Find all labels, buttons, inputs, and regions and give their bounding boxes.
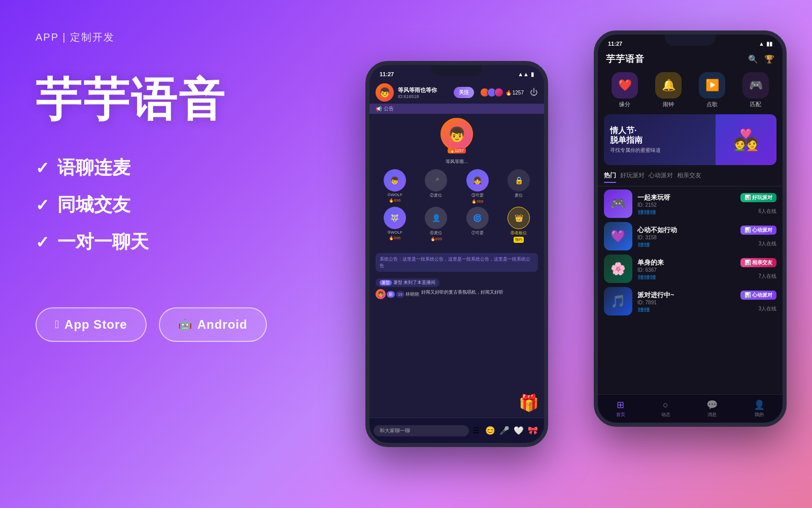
- room-avatars-1: 👥👥👥: [637, 209, 656, 215]
- room-avatars-2: 👥👥: [637, 241, 650, 247]
- back-phone-notch: [665, 35, 716, 46]
- nav-messages-label: 消息: [707, 411, 717, 418]
- gift-count: 🔥 1257: [505, 90, 524, 96]
- nav-profile[interactable]: 👤 我的: [754, 399, 765, 418]
- enter-badge: 薯型: [380, 280, 392, 285]
- emoji-icon[interactable]: 😊: [483, 424, 497, 438]
- gift-chest[interactable]: 🎁: [519, 393, 539, 412]
- appstore-button[interactable]:  App Store: [36, 307, 147, 342]
- heart-icon[interactable]: 🤍: [512, 424, 526, 438]
- seat-2[interactable]: 🎤 ②麦位: [417, 169, 456, 204]
- chat-text: 好闻又好听的复古香氛唱机，好闻又好听: [421, 289, 503, 296]
- tab-heart-party[interactable]: 心动派对: [649, 171, 673, 183]
- seat-avatar-4: 🔒: [507, 169, 530, 192]
- list-item[interactable]: 🎮 一起来玩呀 📊 好玩派对 ID: 2152 👥👥👥 6人在线: [604, 189, 776, 218]
- nav-moments[interactable]: ○ 动态: [661, 400, 670, 418]
- banner: 情人节·脱单指南 寻找专属你的蜜蜜味道 💑: [604, 114, 776, 165]
- action-icon-pipei: 🎮: [742, 72, 769, 99]
- nav-profile-icon: 👤: [754, 399, 765, 410]
- android-icon: 🤖: [178, 318, 192, 331]
- trophy-icon[interactable]: 🏆: [764, 54, 774, 64]
- room-online-3: 7人在线: [758, 273, 776, 280]
- seat-5[interactable]: 🐺 ⑤WOLF 🔥896: [376, 207, 414, 243]
- room-name-3: 单身的来: [637, 258, 664, 267]
- front-status-time: 11:27: [380, 71, 394, 77]
- seat-avatar-8: 👑: [507, 207, 530, 229]
- room-tag-2: 📊 心动派对: [740, 226, 776, 235]
- android-label: Android: [197, 318, 248, 332]
- action-naozhong[interactable]: 🔔 闹钟: [648, 72, 689, 108]
- tab-fun-party[interactable]: 好玩派对: [620, 171, 645, 183]
- room-id-1: ID: 2152: [637, 202, 776, 208]
- nav-moments-icon: ○: [663, 400, 668, 410]
- search-icon[interactable]: 🔍: [748, 54, 758, 64]
- announcement-icon: 📢: [376, 106, 382, 112]
- menu-icon[interactable]: ☰: [469, 424, 483, 438]
- action-diange[interactable]: ▶️ 点歌: [691, 72, 733, 108]
- room-id-2: ID: 3158: [637, 235, 776, 240]
- feature-item-1: ✓ 语聊连麦: [36, 155, 269, 180]
- back-header: 芋芋语音 🔍 🏆: [598, 51, 783, 69]
- list-item[interactable]: 🎵 派对进行中~ 📊 心动派对 ID: 7891 👥👥 3人在线: [604, 287, 776, 315]
- gift-icon[interactable]: 🎀: [526, 424, 540, 438]
- seat-avatar-2: 🎤: [425, 169, 447, 192]
- chat-area: 薯型 薯型 来到了本直播间 👧 新 19 林晓晓 好闻又好听的复古香氛唱机，好闻…: [369, 275, 544, 303]
- list-item[interactable]: 💜 心动不如行动 📊 心动派对 ID: 3158 👥👥 3人在线: [604, 222, 776, 250]
- feature-label-2: 同城交友: [57, 193, 130, 217]
- tab-hot[interactable]: 热门: [604, 171, 616, 183]
- phones-area: 11:27 ▲ ▮▮ 芋芋语音 🔍 🏆 ❤️ 缘分: [304, 0, 812, 508]
- seat-avatar-7: 🌀: [466, 207, 489, 229]
- seat-7[interactable]: 🌀 ⑦可爱: [458, 207, 497, 243]
- list-item[interactable]: 🌸 单身的来 📊 相亲交友 ID: 6367 👥👥👥 7人在线: [604, 255, 776, 283]
- back-phone-screen: 11:27 ▲ ▮▮ 芋芋语音 🔍 🏆 ❤️ 缘分: [598, 35, 783, 423]
- seats-row-1: 👦 ①WOLF 🔥896 🎤 ②麦位 👧: [376, 169, 538, 204]
- seat-6[interactable]: 👤 ⑥麦位 🔥899: [417, 207, 456, 243]
- room-online-4: 3人在线: [758, 305, 776, 312]
- room-name-1: 一起来玩呀: [637, 193, 670, 202]
- live-room-header: 👦 等风等雨也等你 ID:616518 关注 🔥 1257: [369, 81, 544, 104]
- mic-icon[interactable]: 🎤: [497, 424, 512, 438]
- quick-actions: ❤️ 缘分 🔔 闹钟 ▶️ 点歌 🎮 匹配: [598, 69, 783, 111]
- live-bottom-bar: 和大家聊一聊 ☰ 😊 🎤 🤍 🎀: [369, 418, 544, 443]
- seat-8[interactable]: 👑 ⑧老板位 预约: [500, 207, 538, 243]
- phone-front: 11:27 ▲▲ ▮ 👦 等风等雨也等你 ID:616518 关注: [365, 61, 548, 447]
- seat-3[interactable]: 👧 ③可爱 🔥968: [458, 169, 497, 204]
- seat-1[interactable]: 👦 ①WOLF 🔥896: [376, 169, 414, 204]
- room-info-4: 派对进行中~ 📊 心动派对 ID: 7891 👥👥 3人在线: [637, 291, 776, 312]
- room-id-3: ID: 6367: [637, 267, 776, 273]
- chat-input[interactable]: 和大家聊一聊: [374, 425, 469, 436]
- appstore-label: App Store: [64, 318, 127, 332]
- tab-blind-date[interactable]: 相亲交友: [677, 171, 701, 183]
- seat-avatar-6: 👤: [425, 207, 447, 229]
- action-pipei[interactable]: 🎮 匹配: [735, 72, 776, 108]
- left-panel: APP | 定制开发 芋芋语音 ✓ 语聊连麦 ✓ 同城交友 ✓ 一对一聊天  …: [0, 0, 304, 508]
- seats-area: 👦 🔥1257 等风等雨... 👦 ①WOLF 🔥896: [369, 114, 544, 250]
- follow-button[interactable]: 关注: [454, 87, 474, 98]
- banner-icon: 💑: [733, 128, 759, 152]
- room-tag-3: 📊 相亲交友: [740, 258, 776, 267]
- nav-messages[interactable]: 💬 消息: [706, 399, 718, 418]
- chat-username: 林晓晓: [405, 291, 419, 298]
- room-list: 🎮 一起来玩呀 📊 好玩派对 ID: 2152 👥👥👥 6人在线: [598, 186, 783, 319]
- room-thumb-4: 🎵: [604, 287, 632, 315]
- action-label-diange: 点歌: [706, 101, 718, 108]
- room-info-2: 心动不如行动 📊 心动派对 ID: 3158 👥👥 3人在线: [637, 226, 776, 247]
- download-buttons:  App Store 🤖 Android: [36, 307, 269, 342]
- enter-notification: 薯型 薯型 来到了本直播间: [376, 278, 439, 287]
- feature-label-1: 语聊连麦: [57, 155, 130, 180]
- check-icon-2: ✓: [36, 196, 49, 215]
- back-header-icons: 🔍 🏆: [748, 54, 774, 64]
- host-id: ID:616518: [398, 94, 450, 99]
- action-yuanfen[interactable]: ❤️ 缘分: [604, 72, 646, 108]
- nav-home[interactable]: ⊞ 首页: [616, 399, 625, 418]
- host-info: 等风等雨也等你 ID:616518: [398, 86, 450, 99]
- battery-icon: ▮▮: [766, 41, 772, 47]
- seat-4[interactable]: 🔒 麦位: [500, 169, 538, 204]
- feature-item-3: ✓ 一对一聊天: [36, 230, 269, 255]
- android-button[interactable]: 🤖 Android: [159, 307, 267, 342]
- seat-avatar-3: 👧: [466, 169, 489, 192]
- action-icon-naozhong: 🔔: [655, 72, 682, 99]
- banner-text: 情人节·脱单指南 寻找专属你的蜜蜜味道: [610, 125, 661, 154]
- chat-avatar: 👧: [376, 289, 386, 299]
- room-name-2: 心动不如行动: [637, 226, 677, 235]
